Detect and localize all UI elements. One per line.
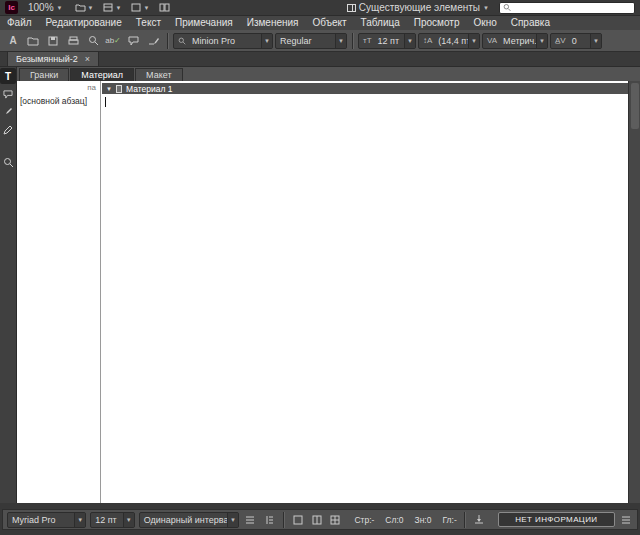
document-tab[interactable]: Безымянный-2 × (7, 51, 99, 66)
tracking-value: 0 (568, 36, 590, 46)
panel-menu-icon[interactable] (619, 512, 633, 527)
incopy-logo-icon: Ic (5, 1, 18, 14)
vertical-scrollbar[interactable] (628, 81, 640, 503)
chevron-down-icon: ▼ (227, 513, 238, 527)
view-tab-story[interactable]: Материал (70, 68, 134, 81)
menu-file[interactable]: Файл (0, 16, 39, 30)
text-caret (105, 97, 106, 107)
status-font-size-select[interactable]: 12 пт ▼ (90, 512, 134, 528)
copyfit-info-button[interactable]: НЕТ ИНФОРМАЦИИ (498, 512, 614, 527)
find-icon[interactable] (84, 32, 102, 50)
stat-characters: Зн:0 (415, 515, 432, 525)
divider (283, 512, 284, 528)
arrange-documents-icon[interactable] (157, 1, 172, 15)
menu-edit[interactable]: Редактирование (39, 16, 129, 30)
workspace-switcher[interactable]: Существующие элементы ▼ (343, 1, 493, 15)
tools-panel: T (0, 67, 17, 503)
menu-type[interactable]: Текст (129, 16, 168, 30)
story-icon (116, 85, 122, 93)
view-grid-icon[interactable] (328, 512, 342, 527)
workspace-label: Существующие элементы (359, 2, 480, 13)
view-tab-layout[interactable]: Макет (135, 68, 182, 81)
view-options-icon[interactable]: ▼ (101, 1, 123, 15)
font-family-select[interactable]: Minion Pro ▼ (173, 33, 273, 49)
pencil-tool[interactable] (0, 122, 16, 138)
spellcheck-icon[interactable]: ab✓ (104, 32, 122, 50)
chevron-down-icon: ▼ (468, 34, 479, 48)
close-icon[interactable]: × (85, 54, 90, 64)
open-icon[interactable] (24, 32, 42, 50)
track-changes-icon[interactable] (144, 32, 162, 50)
menu-window[interactable]: Окно (466, 16, 503, 30)
menu-object[interactable]: Объект (306, 16, 354, 30)
story-title: Материал 1 (126, 84, 173, 94)
status-bar-area: Myriad Pro ▼ 12 пт ▼ Одинарный интервал … (0, 503, 640, 535)
application-bar: Ic 100% ▼ ▼ ▼ ▼ Существующие элементы ▼ (0, 0, 640, 16)
stat-words: Сл:0 (385, 515, 403, 525)
kerning-icon: VA (483, 36, 499, 45)
menu-notes[interactable]: Примечания (168, 16, 240, 30)
note-icon[interactable] (124, 32, 142, 50)
font-size-select[interactable]: тT 12 пт ▼ (358, 33, 416, 49)
chevron-down-icon: ▼ (483, 5, 489, 11)
line-spacing-value: Одинарный интервал (140, 515, 227, 525)
leading-select[interactable]: ↕A (14,4 пт) ▼ (418, 33, 480, 49)
show-paragraph-marks-icon[interactable] (243, 512, 257, 527)
show-line-numbers-icon[interactable] (262, 512, 276, 527)
font-search-icon (174, 37, 188, 45)
depth-ruler-icon[interactable] (472, 512, 486, 527)
chevron-down-icon: ▼ (335, 34, 346, 48)
tracking-select[interactable]: A̲V 0 ▼ (550, 33, 602, 49)
story-text-area[interactable]: ▼ Материал 1 (102, 81, 628, 503)
view-tabs: Гранки Материал Макет (17, 67, 640, 81)
type-tool[interactable]: T (0, 68, 16, 84)
chevron-down-icon: ▼ (261, 34, 272, 48)
workspace-icon (347, 4, 356, 12)
scrollbar-thumb[interactable] (631, 83, 639, 129)
kerning-value: Метрич. (499, 36, 536, 46)
chevron-down-icon: ▼ (143, 5, 149, 11)
menu-bar: Файл Редактирование Текст Примечания Изм… (0, 16, 640, 30)
status-bar: Myriad Pro ▼ 12 пт ▼ Одинарный интервал … (2, 509, 638, 530)
search-box[interactable] (499, 2, 635, 14)
print-icon[interactable] (64, 32, 82, 50)
zoom-tool[interactable] (0, 154, 16, 170)
character-formatting-icon[interactable]: А (4, 32, 22, 50)
divider (352, 33, 353, 49)
stat-depth: Гл:- (442, 515, 456, 525)
line-spacing-select[interactable]: Одинарный интервал ▼ (139, 512, 239, 528)
view-tab-galley[interactable]: Гранки (19, 68, 69, 81)
document-tab-strip: Безымянный-2 × (0, 52, 640, 67)
view-single-column-icon[interactable] (291, 512, 305, 527)
paragraph-style-column: па [основной абзац] (17, 81, 101, 503)
chevron-down-icon: ▼ (57, 5, 63, 11)
eyedropper-tool[interactable] (0, 104, 16, 120)
chevron-down-icon: ▼ (404, 34, 415, 48)
zoom-level-value: 100% (28, 2, 54, 13)
menu-table[interactable]: Таблица (354, 16, 407, 30)
story-header-bar[interactable]: ▼ Материал 1 (102, 83, 628, 94)
status-font-family-select[interactable]: Myriad Pro ▼ (7, 512, 86, 528)
zoom-level-select[interactable]: 100% ▼ (24, 1, 67, 15)
menu-track-changes[interactable]: Изменения (240, 16, 306, 30)
incopy-logo-text: Ic (8, 3, 15, 12)
view-two-column-icon[interactable] (309, 512, 323, 527)
copyfit-stats: Стр:- Сл:0 Зн:0 Гл:- (354, 515, 456, 525)
leading-icon: ↕A (419, 36, 434, 45)
menu-view[interactable]: Просмотр (407, 16, 467, 30)
kerning-select[interactable]: VA Метрич. ▼ (482, 33, 548, 49)
bridge-icon[interactable]: ▼ (73, 1, 96, 15)
search-input[interactable] (514, 3, 631, 13)
story-editor: па [основной абзац] ▼ Материал 1 (17, 81, 640, 503)
menu-help[interactable]: Справка (504, 16, 557, 30)
note-tool[interactable] (0, 86, 16, 102)
chevron-down-icon: ▼ (88, 5, 94, 11)
status-font-family-value: Myriad Pro (8, 515, 74, 525)
search-icon (503, 3, 511, 12)
collapse-triangle-icon[interactable]: ▼ (106, 86, 112, 92)
font-style-select[interactable]: Regular ▼ (275, 33, 347, 49)
save-icon[interactable] (44, 32, 62, 50)
screen-mode-icon[interactable]: ▼ (129, 1, 151, 15)
font-size-icon: тT (359, 36, 374, 45)
divider (464, 512, 465, 528)
